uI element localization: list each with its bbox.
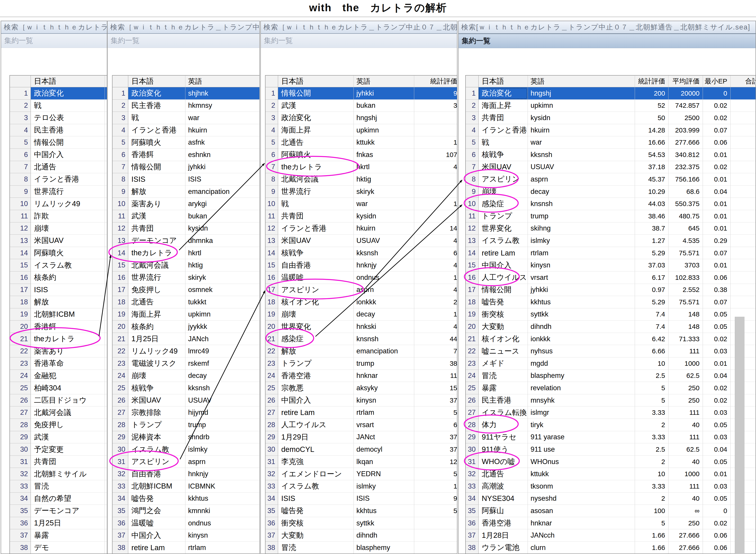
table-row[interactable]: 32北通告kttukk1010000.01 bbox=[466, 468, 756, 480]
table-row[interactable]: 17ISIS bbox=[10, 284, 107, 296]
table-row[interactable]: 3共青団kysidn5025000.02 bbox=[466, 112, 756, 124]
table-row[interactable]: 28トランプtrump bbox=[112, 419, 260, 431]
table-row[interactable]: 2民主香港hkmnsy bbox=[112, 100, 260, 112]
table-row[interactable]: 10感染症knsnsh44.03550.3750.01 bbox=[466, 198, 756, 210]
table-row[interactable]: 9解放emancipation bbox=[112, 185, 260, 198]
table-row[interactable]: 22薬害あり bbox=[10, 345, 107, 357]
table-row[interactable]: 291月29日JANct37 bbox=[266, 431, 457, 444]
table-row[interactable]: 14阿蘇噴火 bbox=[10, 247, 107, 259]
table-row[interactable]: 7theカレトラhkrtl4 bbox=[266, 161, 457, 173]
table-row[interactable]: 15中国介入kinysn37.0337030.01 bbox=[466, 259, 756, 272]
table-row[interactable]: 13イスラム教islmky1.274.5350.29 bbox=[466, 235, 756, 247]
table-row[interactable]: 16人工ウイルスvrsart6.17102.8330.06 bbox=[466, 272, 756, 284]
table-row[interactable]: 1情報公開jyhkki9 bbox=[266, 87, 457, 100]
table-row[interactable]: 27イスラム転換islmgr3.331110.03 bbox=[466, 406, 756, 419]
table-row[interactable]: 6中国介入 bbox=[10, 149, 107, 161]
table-row[interactable]: 13米国UAV bbox=[10, 235, 107, 247]
table-row[interactable]: 24冒涜blasphemy2.562.50.04 bbox=[466, 370, 756, 382]
table-row[interactable]: 4イランと香港hkuirn14.28203.9990.07 bbox=[466, 124, 756, 136]
table-row[interactable]: 11トランプtrump38.46480.750.01 bbox=[466, 210, 756, 222]
table-row[interactable]: 35デーモンコア bbox=[10, 505, 107, 517]
table-row[interactable]: 38デモ bbox=[10, 542, 107, 554]
table-row[interactable]: 37中国介入kinysn bbox=[112, 529, 260, 542]
table-row[interactable]: 38冒涜blasphemy bbox=[266, 542, 457, 554]
table-row[interactable]: 31李克強lkqan12 bbox=[266, 456, 457, 468]
table-row[interactable]: 26二匹目ドジョウ bbox=[10, 394, 107, 407]
table-row[interactable]: 20核条約jyykkk bbox=[112, 321, 260, 333]
table-row[interactable]: 15北戴河会議hktig bbox=[112, 259, 260, 272]
table-row[interactable]: 25宗教悪aksyky15 bbox=[266, 382, 457, 394]
table-row[interactable]: 32北朝鮮ミサイル bbox=[10, 468, 107, 480]
table-row[interactable]: 4海面上昇upkimn bbox=[266, 124, 457, 136]
table-row[interactable]: 9世界流行skiryk bbox=[266, 185, 457, 198]
table-row[interactable]: 37大変動dihndh bbox=[266, 529, 457, 542]
table-row[interactable]: 29泥棒資本shndrb bbox=[112, 431, 260, 444]
table-row[interactable]: 26米国UAVUSUAV bbox=[112, 394, 260, 407]
table-row[interactable]: 15イスラム教 bbox=[10, 259, 107, 272]
table-row[interactable]: 32自由香港hnknjy bbox=[112, 468, 260, 480]
table-row[interactable]: 10リムリック49 bbox=[10, 198, 107, 210]
table-row[interactable]: 24崩壊decay bbox=[112, 370, 260, 382]
table-row[interactable]: 33冒涜 bbox=[10, 480, 107, 493]
table-row[interactable]: 5戦war16.66277.6660.06 bbox=[466, 136, 756, 149]
table-row[interactable]: 28免疫押し bbox=[10, 419, 107, 431]
table-row[interactable]: 5北通告kttukk1 bbox=[266, 136, 457, 149]
table-row[interactable]: 29911ヤラセ911 yarase3.331110.03 bbox=[466, 431, 756, 444]
table-row[interactable]: 9崩壊decay10.2968.60.04 bbox=[466, 185, 756, 198]
table-row[interactable]: 3テロ公表 bbox=[10, 112, 107, 124]
table-row[interactable]: 19衝突核syttkk7.41480.05 bbox=[466, 309, 756, 321]
table-row[interactable]: 18北通告tukkkt bbox=[112, 296, 260, 309]
table-row[interactable]: 2海面上昇upkimn52742.8570.02 bbox=[466, 100, 756, 112]
table-row[interactable]: 8北戴河会議hktig bbox=[266, 173, 457, 185]
table-row[interactable]: 23メギドmgdd1010000.01 bbox=[466, 357, 756, 370]
table-row[interactable]: 35嘘告発kkhtus5 bbox=[266, 505, 457, 517]
table-row[interactable]: 30demoCYLdemocyl37 bbox=[266, 443, 457, 456]
table-row[interactable]: 371月28日JANcch1.6627.6660.06 bbox=[466, 529, 756, 542]
table-row[interactable]: 15自由香港hnknjy4 bbox=[266, 259, 457, 272]
table-row[interactable]: 21感染症knsnsh44 bbox=[266, 333, 457, 345]
table-row[interactable]: 36香港空港hnknar52500.02 bbox=[466, 517, 756, 530]
table-row[interactable]: 20大変動dihndh7.41480.05 bbox=[466, 321, 756, 333]
table-row[interactable]: 361月25日 bbox=[10, 517, 107, 530]
table-row[interactable]: 5情報公開 bbox=[10, 136, 107, 149]
table-row[interactable]: 1政治変化 bbox=[10, 87, 107, 100]
table-row[interactable]: 1政治変化hngshj200200000 bbox=[466, 87, 756, 100]
table-row[interactable]: 211月25日JANch bbox=[112, 333, 260, 345]
table-row[interactable]: 34嘘告発kkhtus bbox=[112, 493, 260, 505]
table-row[interactable]: 3政治変化hngshj bbox=[266, 112, 457, 124]
table-row[interactable]: 19北朝鮮ICBM bbox=[10, 309, 107, 321]
table-row[interactable]: 31共青団 bbox=[10, 456, 107, 468]
table-row[interactable]: 8ISISISIS bbox=[112, 173, 260, 185]
table-row[interactable]: 24金融犯 bbox=[10, 370, 107, 382]
table-row[interactable]: 11詐欺 bbox=[10, 210, 107, 222]
table-row[interactable]: 11武漢bukan bbox=[112, 210, 260, 222]
table-row[interactable]: 27retire Lamrtrlam5 bbox=[266, 406, 457, 419]
table-row[interactable]: 25柏崎304 bbox=[10, 382, 107, 394]
table-row[interactable]: 17アスピリンasprn4 bbox=[266, 284, 457, 296]
table-row[interactable]: 29武漢 bbox=[10, 431, 107, 444]
table-row[interactable]: 35阿蘇山asosan100∞0 bbox=[466, 505, 756, 517]
table-row[interactable]: 34ISISISIS9 bbox=[266, 493, 457, 505]
table-row[interactable]: 30イスラム教islmky bbox=[112, 443, 260, 456]
table-row[interactable]: 25核戦争kksnsh bbox=[112, 382, 260, 394]
table-row[interactable]: 14theカレトラhkrtl bbox=[112, 247, 260, 259]
table-row[interactable]: 18核イオン化ionkkk2 bbox=[266, 296, 457, 309]
table-row[interactable]: 5阿蘇噴火asfnk bbox=[112, 136, 260, 149]
table-row[interactable]: 25暴露revelation52500.02 bbox=[466, 382, 756, 394]
table-row[interactable]: 6阿蘇噴火fnkas107 bbox=[266, 149, 457, 161]
table-row[interactable]: 13デーモンコアdhmnka bbox=[112, 235, 260, 247]
table-row[interactable]: 20世界変化hnkski4 bbox=[266, 321, 457, 333]
table-row[interactable]: 21theカレトラ bbox=[10, 333, 107, 345]
table-row[interactable]: 32イエメンドローンYEDRN5 bbox=[266, 468, 457, 480]
table-row[interactable]: 19崩壊decay1 bbox=[266, 309, 457, 321]
table-row[interactable]: 23香港革命 bbox=[10, 357, 107, 370]
table-row[interactable]: 30911使う911 use2.562.50.04 bbox=[466, 443, 756, 456]
table-row[interactable]: 34NYSE304nyseshd2400.05 bbox=[466, 493, 756, 505]
table-row[interactable]: 12イランと香港hkuirn14 bbox=[266, 222, 457, 235]
table-row[interactable]: 34自然の希望 bbox=[10, 493, 107, 505]
table-row[interactable]: 26中国介入kinysn37 bbox=[266, 394, 457, 407]
table-row[interactable]: 6核戦争kksnsh54.53340.8120.01 bbox=[466, 149, 756, 161]
table-row[interactable]: 10戦war1 bbox=[266, 198, 457, 210]
table-row[interactable]: 1政治変化shjhnk bbox=[112, 87, 260, 100]
table-row[interactable]: 17情報公開jyhkki0.972.5520.38 bbox=[466, 284, 756, 296]
